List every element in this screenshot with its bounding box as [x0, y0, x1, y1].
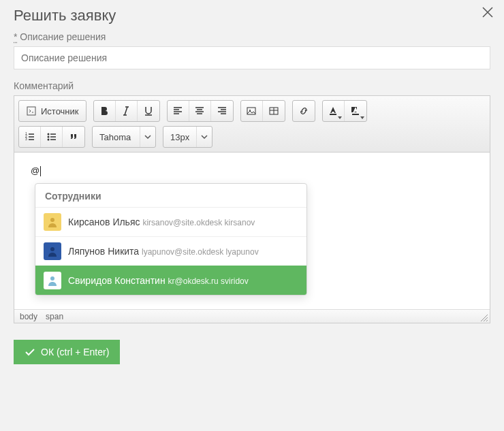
mention-item-selected[interactable]: Свиридов Константин kr@okdesk.ru svirido… [35, 266, 306, 295]
person-icon [46, 216, 59, 228]
dropdown-caret-icon [338, 116, 342, 119]
modal-footer: ОК (ctrl + Enter) [0, 323, 504, 371]
avatar [44, 242, 61, 260]
solution-field-label: * Описание решения [0, 29, 504, 46]
italic-icon [121, 106, 131, 116]
bulleted-list-button[interactable] [41, 127, 63, 147]
font-size-select[interactable]: 13px [163, 126, 212, 148]
chevron-down-icon [201, 133, 208, 140]
mention-email: kirsanov@site.okdesk kirsanov [142, 218, 255, 227]
text-color-icon [328, 106, 338, 116]
modal-title: Решить заявку [0, 0, 504, 29]
ok-label: ОК (ctrl + Enter) [41, 347, 109, 357]
bg-color-icon [350, 106, 361, 116]
resize-grip-icon[interactable] [480, 314, 488, 322]
chevron-down-icon [144, 133, 151, 140]
mention-name: Свиридов Константин [68, 275, 166, 286]
align-left-button[interactable] [168, 101, 189, 121]
image-button[interactable] [241, 101, 263, 121]
mention-dropdown: Сотрудники Кирсанов Ильяс kirsanov@site.… [35, 183, 307, 296]
align-left-icon [172, 106, 183, 116]
mention-name: Ляпунов Никита [68, 246, 139, 257]
mention-header: Сотрудники [35, 184, 306, 207]
align-right-icon [217, 106, 227, 116]
mention-text: Ляпунов Никита lyapunov@site.okdesk lyap… [68, 246, 259, 257]
svg-point-10 [47, 133, 49, 135]
align-center-icon [194, 106, 205, 116]
source-button[interactable]: Источник [19, 101, 86, 121]
mention-item[interactable]: Ляпунов Никита lyapunov@site.okdesk lyap… [35, 236, 306, 266]
numbered-list-button[interactable]: 123 [19, 127, 41, 147]
solution-field-wrap [0, 46, 504, 78]
comment-field-label: Комментарий [0, 78, 504, 95]
text-color-button[interactable] [323, 101, 345, 121]
numbered-list-icon: 123 [25, 131, 35, 142]
resolve-ticket-modal: Решить заявку * Описание решения Коммент… [0, 0, 504, 371]
ok-button[interactable]: ОК (ctrl + Enter) [14, 340, 120, 364]
mention-name: Кирсанов Ильяс [68, 217, 140, 227]
rich-text-editor: Источник [14, 95, 490, 323]
svg-rect-6 [352, 114, 359, 115]
dropdown-caret-icon [360, 116, 364, 119]
svg-text:3: 3 [25, 137, 27, 141]
underline-button[interactable] [138, 101, 159, 121]
font-name-value: Tahoma [93, 127, 140, 147]
avatar [44, 213, 61, 231]
check-icon [25, 347, 35, 357]
svg-point-12 [47, 139, 49, 141]
solution-label-text: Описание решения [20, 31, 106, 42]
close-icon [481, 5, 494, 19]
mention-email: kr@okdesk.ru sviridov [168, 276, 249, 286]
bold-icon [99, 106, 110, 116]
bg-color-button[interactable] [345, 101, 366, 121]
element-path-bar: body span [14, 309, 490, 323]
path-segment[interactable]: body [20, 312, 37, 321]
close-button[interactable] [481, 5, 494, 21]
link-icon [298, 106, 309, 116]
link-button[interactable] [293, 101, 315, 121]
italic-button[interactable] [116, 101, 138, 121]
mention-text: Свиридов Константин kr@okdesk.ru svirido… [68, 275, 249, 286]
svg-point-15 [50, 276, 54, 281]
image-icon [246, 106, 257, 116]
source-icon [26, 106, 37, 116]
align-center-button[interactable] [189, 101, 211, 121]
editor-canvas[interactable]: @ Сотрудники Кирсанов Ильяс kirsanov@sit… [14, 153, 490, 309]
underline-icon [143, 106, 154, 116]
mention-item[interactable]: Кирсанов Ильяс kirsanov@site.okdesk kirs… [35, 207, 306, 236]
svg-rect-1 [247, 108, 255, 114]
font-size-value: 13px [163, 127, 197, 147]
person-icon [46, 274, 59, 287]
bold-button[interactable] [94, 101, 116, 121]
svg-rect-0 [27, 107, 35, 115]
path-segment[interactable]: span [46, 312, 63, 321]
quote-button[interactable] [63, 127, 84, 147]
required-mark: * [14, 31, 17, 42]
person-icon [46, 245, 59, 257]
svg-rect-4 [330, 114, 336, 115]
table-icon [268, 106, 279, 116]
mention-email: lyapunov@site.okdesk lyapunov [142, 247, 259, 257]
quote-icon [68, 131, 79, 142]
font-name-select[interactable]: Tahoma [92, 126, 156, 148]
avatar [44, 272, 61, 289]
editor-toolbar: Источник [14, 96, 490, 153]
align-right-button[interactable] [211, 101, 233, 121]
solution-input[interactable] [14, 46, 490, 69]
table-button[interactable] [263, 101, 285, 121]
svg-point-14 [50, 247, 54, 251]
svg-point-13 [50, 218, 54, 222]
text-cursor [40, 166, 41, 176]
source-label: Источник [41, 106, 79, 116]
typed-text: @ [31, 165, 40, 176]
svg-point-11 [47, 136, 49, 138]
mention-text: Кирсанов Ильяс kirsanov@site.okdesk kirs… [68, 217, 255, 227]
bulleted-list-icon [46, 131, 57, 142]
